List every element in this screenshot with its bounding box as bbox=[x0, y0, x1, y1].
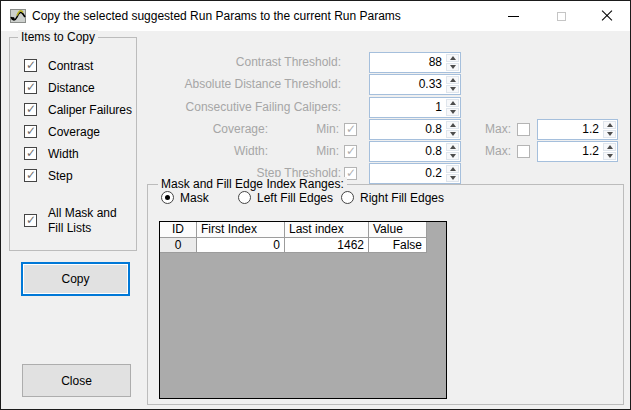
radio-right-fill-edges-label: Right Fill Edges bbox=[360, 191, 444, 205]
coverage-min-label: Min: bbox=[301, 119, 339, 140]
radio-left-fill-edges-label: Left Fill Edges bbox=[257, 191, 333, 205]
cell-first-index[interactable]: 0 bbox=[197, 238, 285, 253]
copy-button[interactable]: Copy bbox=[21, 262, 130, 296]
maximize-icon bbox=[557, 12, 566, 21]
checkbox-width-label: Width bbox=[48, 147, 79, 161]
cell-value[interactable]: False bbox=[369, 238, 427, 253]
titlebar: Copy the selected suggested Run Params t… bbox=[1, 1, 630, 31]
close-icon bbox=[601, 10, 613, 22]
table-row[interactable]: 0 0 1462 False bbox=[160, 238, 446, 253]
spin-up-icon[interactable] bbox=[603, 121, 616, 129]
column-header-last-index[interactable]: Last index bbox=[285, 222, 369, 238]
spin-down-icon[interactable] bbox=[603, 152, 616, 160]
table-header-row: ID First Index Last index Value bbox=[160, 222, 446, 238]
spin-up-icon[interactable] bbox=[446, 54, 459, 62]
checkbox-caliper-failures-label: Caliper Failures bbox=[48, 103, 132, 117]
window-title: Copy the selected suggested Run Params t… bbox=[32, 1, 401, 31]
width-min-checkbox[interactable] bbox=[344, 145, 357, 158]
spin-up-icon[interactable] bbox=[446, 99, 459, 107]
step-threshold-spinner[interactable]: 0.2 bbox=[369, 163, 461, 184]
app-waveform-icon bbox=[10, 8, 26, 24]
spin-up-icon[interactable] bbox=[446, 165, 459, 173]
spin-up-icon[interactable] bbox=[446, 121, 459, 129]
cell-last-index[interactable]: 1462 bbox=[285, 238, 369, 253]
width-max-label: Max: bbox=[471, 141, 511, 162]
items-to-copy-label: Items to Copy bbox=[18, 30, 98, 44]
consecutive-failing-calipers-spinner[interactable]: 1 bbox=[369, 97, 461, 118]
close-dialog-button[interactable]: Close bbox=[22, 364, 131, 397]
absolute-distance-threshold-label: Absolute Distance Threshold: bbox=[161, 74, 341, 95]
checkbox-all-mask-fill[interactable] bbox=[24, 214, 37, 227]
column-header-id[interactable]: ID bbox=[160, 222, 197, 238]
radio-mask[interactable] bbox=[161, 191, 174, 204]
checkbox-all-mask-fill-label: All Mask and Fill Lists bbox=[48, 206, 130, 236]
radio-right-fill-edges[interactable] bbox=[341, 191, 354, 204]
spin-up-icon[interactable] bbox=[446, 143, 459, 151]
spin-down-icon[interactable] bbox=[446, 152, 459, 160]
spin-down-icon[interactable] bbox=[603, 130, 616, 138]
coverage-min-checkbox[interactable] bbox=[344, 123, 357, 136]
consecutive-failing-calipers-label: Consecutive Failing Calipers: bbox=[161, 97, 341, 118]
spin-up-icon[interactable] bbox=[446, 76, 459, 84]
radio-left-fill-edges[interactable] bbox=[238, 191, 251, 204]
spin-down-icon[interactable] bbox=[446, 174, 459, 182]
spin-down-icon[interactable] bbox=[446, 63, 459, 71]
checkbox-step-label: Step bbox=[48, 169, 73, 183]
dialog-window: Copy the selected suggested Run Params t… bbox=[0, 0, 631, 410]
absolute-distance-threshold-spinner[interactable]: 0.33 bbox=[369, 74, 461, 95]
spin-down-icon[interactable] bbox=[446, 130, 459, 138]
checkbox-contrast[interactable] bbox=[24, 59, 37, 72]
checkbox-coverage[interactable] bbox=[24, 125, 37, 138]
width-min-spinner[interactable]: 0.8 bbox=[369, 141, 461, 162]
radio-mask-label: Mask bbox=[180, 191, 209, 205]
checkbox-step[interactable] bbox=[24, 169, 37, 182]
checkbox-caliper-failures[interactable] bbox=[24, 103, 37, 116]
checkbox-distance[interactable] bbox=[24, 81, 37, 94]
minimize-icon bbox=[508, 16, 519, 17]
contrast-threshold-label: Contrast Threshold: bbox=[161, 52, 341, 73]
width-label: Width: bbox=[161, 141, 268, 162]
checkbox-contrast-label: Contrast bbox=[48, 59, 93, 73]
mask-fill-groupbox-label: Mask and Fill Edge Index Ranges: bbox=[158, 177, 347, 191]
checkbox-distance-label: Distance bbox=[48, 81, 95, 95]
cell-id[interactable]: 0 bbox=[160, 238, 197, 253]
maximize-button bbox=[545, 1, 577, 31]
spin-down-icon[interactable] bbox=[446, 108, 459, 116]
minimize-button[interactable] bbox=[497, 1, 529, 31]
coverage-min-spinner[interactable]: 0.8 bbox=[369, 119, 461, 140]
spin-up-icon[interactable] bbox=[603, 143, 616, 151]
close-button[interactable] bbox=[591, 1, 623, 31]
coverage-max-spinner[interactable]: 1.2 bbox=[537, 119, 618, 140]
checkbox-width[interactable] bbox=[24, 147, 37, 160]
contrast-threshold-spinner[interactable]: 88 bbox=[369, 52, 461, 73]
width-max-checkbox[interactable] bbox=[517, 145, 530, 158]
column-header-first-index[interactable]: First Index bbox=[197, 222, 285, 238]
coverage-max-checkbox[interactable] bbox=[517, 123, 530, 136]
coverage-max-label: Max: bbox=[471, 119, 511, 140]
width-max-spinner[interactable]: 1.2 bbox=[537, 141, 618, 162]
width-min-label: Min: bbox=[301, 141, 339, 162]
coverage-label: Coverage: bbox=[161, 119, 268, 140]
checkbox-coverage-label: Coverage bbox=[48, 125, 100, 139]
column-header-value[interactable]: Value bbox=[369, 222, 427, 238]
index-ranges-table[interactable]: ID First Index Last index Value 0 0 1462… bbox=[159, 221, 447, 399]
spin-down-icon[interactable] bbox=[446, 85, 459, 93]
